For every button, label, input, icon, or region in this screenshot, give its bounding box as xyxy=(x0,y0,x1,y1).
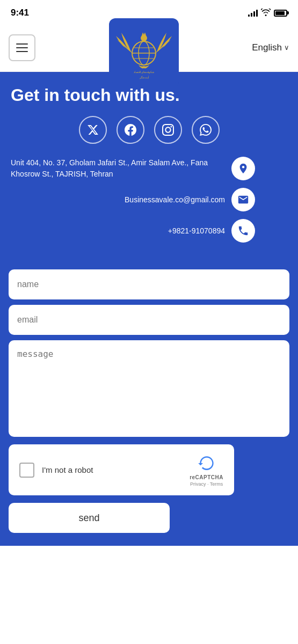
menu-button[interactable] xyxy=(9,34,35,61)
header: شکوفه‌های اقتصاد آینده‌نگر English ∨ xyxy=(0,24,298,72)
recaptcha-brand-label: reCAPTCHA xyxy=(190,474,223,480)
language-selector[interactable]: English ∨ xyxy=(252,42,289,53)
send-button[interactable]: send xyxy=(9,503,170,533)
recaptcha-checkbox[interactable] xyxy=(19,463,34,478)
facebook-button[interactable] xyxy=(117,116,144,144)
recaptcha-left: I'm not a robot xyxy=(19,463,93,478)
recaptcha-widget: I'm not a robot reCAPTCHA Privacy · Term… xyxy=(9,444,234,495)
email-button[interactable] xyxy=(231,188,255,211)
phone-text: +9821-91070894 xyxy=(11,225,225,237)
email-text: Businessavale.co@gmail.com xyxy=(11,194,225,206)
contact-info: Unit 404, No. 37, Gholam Jafari St., Ami… xyxy=(11,157,287,243)
recaptcha-logo-icon xyxy=(197,453,217,473)
twitter-button[interactable] xyxy=(79,116,107,144)
name-input[interactable] xyxy=(9,269,289,299)
recaptcha-links: Privacy · Terms xyxy=(190,481,223,487)
hero-title: Get in touch with us. xyxy=(11,85,287,105)
whatsapp-button[interactable] xyxy=(192,116,220,144)
send-label: send xyxy=(78,513,99,524)
logo: شکوفه‌های اقتصاد آینده‌نگر xyxy=(109,8,179,88)
wifi-icon xyxy=(261,9,271,18)
address-row: Unit 404, No. 37, Gholam Jafari St., Ami… xyxy=(11,157,255,180)
recaptcha-label: I'm not a robot xyxy=(42,465,93,474)
recaptcha-right: reCAPTCHA Privacy · Terms xyxy=(190,453,223,487)
location-button[interactable] xyxy=(231,157,255,180)
hero-section: Get in touch with us. Unit 404, No. xyxy=(0,72,298,261)
language-label: English xyxy=(252,42,282,53)
battery-icon xyxy=(274,10,287,17)
svg-text:آینده‌نگر: آینده‌نگر xyxy=(139,76,149,79)
instagram-button[interactable] xyxy=(154,116,182,144)
status-icons xyxy=(248,9,287,18)
phone-row: +9821-91070894 xyxy=(11,219,255,243)
svg-text:شکوفه‌های اقتصاد: شکوفه‌های اقتصاد xyxy=(133,70,154,74)
signal-icon xyxy=(248,9,258,17)
email-input[interactable] xyxy=(9,305,289,335)
email-row: Businessavale.co@gmail.com xyxy=(11,188,255,211)
message-input[interactable] xyxy=(9,340,289,437)
logo-badge: شکوفه‌های اقتصاد آینده‌نگر xyxy=(109,18,179,88)
social-icons-row xyxy=(11,116,287,144)
phone-button[interactable] xyxy=(231,219,255,243)
form-section: I'm not a robot reCAPTCHA Privacy · Term… xyxy=(0,261,298,546)
status-time: 9:41 xyxy=(11,8,29,18)
chevron-down-icon: ∨ xyxy=(284,43,289,52)
address-text: Unit 404, No. 37, Gholam Jafari St., Ami… xyxy=(11,157,225,180)
